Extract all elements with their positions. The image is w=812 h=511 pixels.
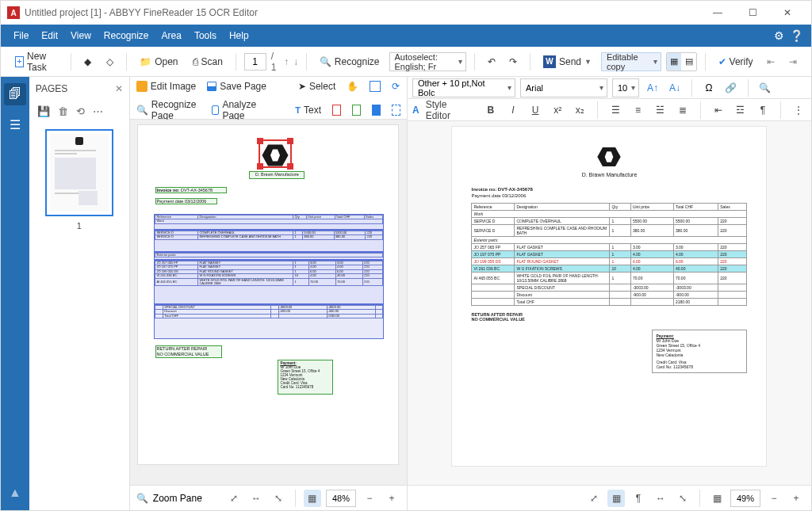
zoom-in-icon[interactable]: +	[383, 490, 400, 507]
layer-down-icon[interactable]: ◆	[79, 51, 97, 73]
rotate-tool-icon[interactable]: ⟳	[392, 81, 400, 92]
image-zoom-value[interactable]: 48%	[326, 490, 356, 507]
select-tool[interactable]: ➤Select	[298, 81, 335, 92]
bold-button[interactable]: B	[483, 101, 499, 119]
left-sidebar: 🗐 ☰ ▲	[1, 77, 29, 510]
help-icon[interactable]: ❔	[787, 29, 805, 42]
send-button[interactable]: WSend▼	[538, 51, 596, 73]
rotate-page-icon[interactable]: ⟲	[76, 105, 85, 117]
r-fit-width-icon[interactable]: ▦	[607, 490, 625, 507]
copy-mode-select[interactable]: Editable copy	[601, 52, 661, 71]
save-pages-icon[interactable]: 💾	[37, 105, 50, 117]
superscript-button[interactable]: x²	[550, 101, 565, 119]
font-size-combo[interactable]: 10	[612, 78, 639, 97]
fit-height-icon[interactable]: ⤢	[225, 490, 243, 507]
style-editor-label[interactable]: Style Editor	[426, 99, 470, 121]
decrease-font-icon[interactable]: A↓	[666, 79, 684, 97]
hand-tool-icon[interactable]: ✋	[347, 81, 358, 92]
link-icon[interactable]: 🔗	[722, 79, 740, 97]
recognize-page-button[interactable]: 🔍Recognize Page	[136, 99, 201, 121]
indent-dec-button[interactable]: ⇤	[710, 101, 726, 119]
menu-help[interactable]: Help	[223, 25, 255, 47]
menu-view[interactable]: View	[64, 25, 98, 47]
close-button[interactable]: ✕	[770, 1, 805, 25]
actual-size-icon[interactable]: ▦	[304, 490, 321, 507]
text-zoom-value[interactable]: 49%	[730, 490, 760, 507]
warnings-icon[interactable]: ▲	[4, 482, 26, 504]
r-fit-height-icon[interactable]: ⤢	[585, 490, 603, 507]
r-pilcrow-icon[interactable]: ¶	[630, 490, 647, 507]
pages-pane-tab[interactable]: 🗐	[4, 83, 26, 105]
show-marks-button[interactable]: ⋮	[791, 101, 806, 119]
redo-button[interactable]: ↷	[504, 51, 522, 73]
language-select[interactable]: Autoselect: English; Fr	[389, 52, 466, 71]
zoom-pane-icon[interactable]: 🔍	[136, 493, 148, 504]
align-right-button[interactable]: ☱	[652, 101, 668, 119]
table-area-tool[interactable]	[352, 105, 361, 116]
menu-area[interactable]: Area	[155, 25, 188, 47]
undo-button[interactable]: ↶	[483, 51, 500, 73]
result-page[interactable]: D. Brawn Manufacture Invoice no: DVT-AX-…	[451, 126, 767, 467]
delete-page-icon[interactable]: 🗑	[58, 105, 68, 117]
page-thumbnail[interactable]	[45, 129, 113, 216]
open-button[interactable]: 📁Open	[135, 51, 182, 73]
recognize-button[interactable]: 🔍Recognize	[315, 51, 385, 73]
fit-page-icon[interactable]: ⤡	[270, 490, 287, 507]
new-task-button[interactable]: +New Task	[10, 51, 63, 73]
align-justify-button[interactable]: ≣	[675, 101, 691, 119]
layer-up-icon[interactable]: ◇	[102, 51, 119, 73]
r-grid-icon[interactable]: ▦	[708, 490, 726, 507]
gear-icon[interactable]: ⚙	[770, 29, 787, 42]
image-page[interactable]: D. Brawn Manufacture Invoice no: DVT-AX-…	[137, 124, 399, 465]
layout-both-button[interactable]: ▦	[667, 53, 682, 71]
line-spacing-button[interactable]: ☲	[733, 101, 749, 119]
barcode-area-tool[interactable]	[392, 105, 400, 116]
page-up-icon[interactable]: ↑	[284, 56, 289, 67]
close-panel-icon[interactable]: ✕	[115, 83, 123, 94]
maximize-button[interactable]: ☐	[735, 1, 770, 25]
more-pages-icon[interactable]: ⋯	[93, 105, 103, 117]
analyze-page-button[interactable]: Analyze Page	[212, 99, 266, 121]
style-editor-icon[interactable]: A	[412, 105, 419, 116]
align-left-button[interactable]: ☰	[607, 101, 623, 119]
edit-image-button[interactable]: Edit Image	[136, 81, 196, 92]
zoom-out-icon[interactable]: −	[361, 490, 378, 507]
menu-bar: File Edit View Recognize Area Tools Help…	[1, 25, 811, 47]
area-tool-icon[interactable]	[370, 81, 381, 92]
image-footer: 🔍 Zoom Pane ⤢ ↔ ⤡ ▦ 48% − +	[130, 485, 407, 510]
search-icon[interactable]: 🔍	[756, 79, 774, 97]
minimize-button[interactable]: —	[700, 1, 735, 25]
next-error-button[interactable]: ⇥	[784, 51, 802, 73]
scan-button[interactable]: ⎙Scan	[188, 51, 228, 73]
page-down-icon[interactable]: ↓	[293, 56, 298, 67]
increase-font-icon[interactable]: A↑	[644, 79, 661, 97]
magnifier-page-icon: 🔍	[136, 105, 148, 116]
underline-button[interactable]: U	[527, 101, 543, 119]
style-combo[interactable]: Other + 10 pt,Not Bolc	[412, 78, 515, 97]
italic-button[interactable]: I	[505, 101, 521, 119]
text-area-tool[interactable]: TText	[295, 105, 321, 116]
layout-single-button[interactable]: ▤	[681, 53, 696, 71]
omega-icon[interactable]: Ω	[700, 79, 718, 97]
align-center-button[interactable]: ≡	[630, 101, 645, 119]
properties-pane-tab[interactable]: ☰	[4, 113, 26, 135]
r-width-icon[interactable]: ↔	[652, 490, 669, 507]
menu-edit[interactable]: Edit	[35, 25, 64, 47]
subscript-button[interactable]: x₂	[572, 101, 588, 119]
r-page-icon[interactable]: ⤡	[674, 490, 691, 507]
font-combo[interactable]: Arial	[520, 78, 607, 97]
folder-icon: 📁	[140, 56, 151, 67]
prev-error-button[interactable]: ⇤	[763, 51, 780, 73]
page-number-input[interactable]	[244, 53, 266, 71]
verify-button[interactable]: ✔Verify	[714, 51, 758, 73]
background-area-tool[interactable]	[372, 105, 381, 116]
r-zoom-out-icon[interactable]: −	[765, 490, 783, 507]
fit-width-icon[interactable]: ↔	[247, 490, 265, 507]
pilcrow-button[interactable]: ¶	[755, 101, 771, 119]
menu-tools[interactable]: Tools	[188, 25, 223, 47]
r-zoom-in-icon[interactable]: +	[787, 490, 805, 507]
save-page-button[interactable]: Save Page	[207, 81, 266, 92]
picture-area-tool[interactable]	[332, 105, 341, 116]
menu-file[interactable]: File	[7, 25, 35, 47]
menu-recognize[interactable]: Recognize	[98, 25, 155, 47]
